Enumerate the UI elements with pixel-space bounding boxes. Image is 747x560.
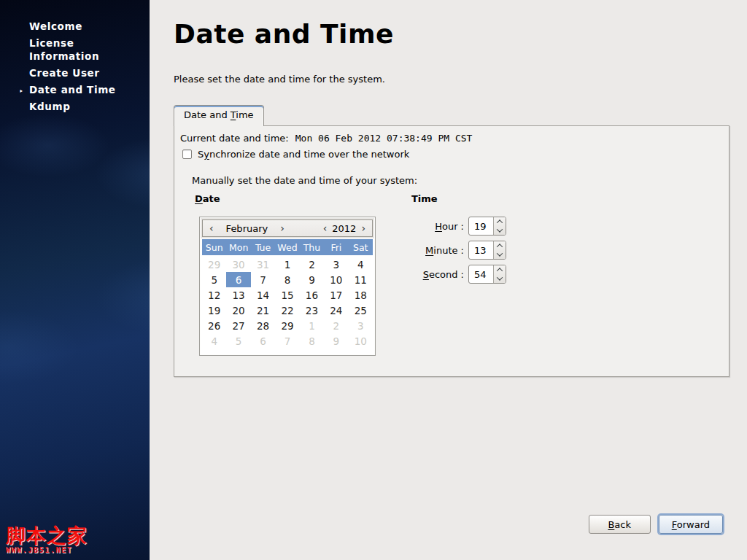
month-navigation: ‹ February › [208, 221, 286, 236]
sidebar-item-label: Date and Time [29, 84, 116, 96]
time-section-label: Time [411, 193, 438, 204]
manual-set-label: Manually set the date and time of your s… [192, 175, 417, 186]
calendar-day[interactable]: 26 [202, 318, 226, 333]
second-spin-up-button[interactable] [494, 265, 506, 274]
calendar-day[interactable]: 31 [251, 257, 275, 272]
weekday-label: Wed [275, 239, 299, 255]
tab-label: Date and [184, 109, 231, 120]
current-datetime-label: Current date and time: [180, 133, 289, 144]
next-year-button[interactable]: › [360, 221, 367, 236]
calendar-day[interactable]: 1 [300, 318, 324, 333]
chevron-down-icon [497, 274, 503, 280]
watermark: 脚本之家 www.jb51.net [6, 526, 88, 554]
calendar-day[interactable]: 24 [324, 303, 348, 318]
sidebar-item-date-and-time: ‣Date and Time [29, 83, 123, 96]
calendar-day[interactable]: 7 [251, 272, 275, 287]
forward-button[interactable]: Forward [659, 515, 723, 534]
sync-network-label[interactable]: Synchronize date and time over the netwo… [198, 149, 409, 160]
watermark-title: 脚本之家 [6, 526, 88, 545]
hour-spin-up-button[interactable] [494, 217, 506, 226]
calendar-day[interactable]: 15 [275, 287, 299, 303]
minute-spin-up-button[interactable] [494, 241, 506, 250]
calendar-day[interactable]: 10 [349, 333, 373, 349]
minute-spin-down-button[interactable] [494, 250, 506, 259]
chevron-down-icon [497, 250, 503, 256]
calendar-day[interactable]: 12 [202, 287, 226, 303]
weekday-label: Mon [226, 239, 250, 255]
calendar-day[interactable]: 2 [324, 318, 348, 333]
sync-network-checkbox[interactable] [182, 149, 192, 159]
calendar-day[interactable]: 1 [275, 257, 299, 272]
back-button[interactable]: Back [589, 515, 651, 534]
calendar-day[interactable]: 16 [300, 287, 324, 303]
calendar-day[interactable]: 9 [300, 272, 324, 287]
calendar-day[interactable]: 6 [251, 333, 275, 349]
calendar-day[interactable]: 3 [349, 318, 373, 333]
calendar-day[interactable]: 20 [226, 303, 250, 318]
second-spinbox[interactable]: 54 [468, 265, 506, 284]
calendar-day[interactable]: 21 [251, 303, 275, 318]
sidebar-item-license-information: License Information [29, 36, 123, 63]
calendar-day[interactable]: 2 [300, 257, 324, 272]
second-spin-down-button[interactable] [494, 274, 506, 283]
calendar-day[interactable]: 22 [275, 303, 299, 318]
hour-spinner [493, 217, 506, 235]
page-subtitle: Please set the date and time for the sys… [174, 74, 385, 85]
calendar-day[interactable]: 8 [300, 333, 324, 349]
sidebar-item-welcome: Welcome [29, 20, 123, 33]
calendar-days: 2930311234567891011121314151617181920212… [202, 255, 373, 355]
calendar-day[interactable]: 13 [226, 287, 250, 303]
calendar-day[interactable]: 29 [275, 318, 299, 333]
calendar-day[interactable]: 18 [349, 287, 373, 303]
calendar-day[interactable]: 8 [275, 272, 299, 287]
weekday-label: Thu [300, 239, 324, 255]
second-value[interactable]: 54 [469, 269, 493, 280]
calendar-day[interactable]: 14 [251, 287, 275, 303]
minute-spinbox[interactable]: 13 [468, 241, 506, 260]
calendar-day[interactable]: 5 [226, 333, 250, 349]
calendar-day[interactable]: 5 [202, 272, 226, 287]
calendar-day[interactable]: 9 [324, 333, 348, 349]
minute-value[interactable]: 13 [469, 245, 493, 256]
calendar-month: February [226, 223, 268, 234]
hour-row: Hour : 19 [411, 217, 506, 236]
sidebar-item-create-user: Create User [29, 66, 123, 79]
calendar-day[interactable]: 23 [300, 303, 324, 318]
weekday-label: Tue [251, 239, 275, 255]
hour-spin-down-button[interactable] [494, 226, 506, 235]
calendar-day[interactable]: 10 [324, 272, 348, 287]
calendar-day[interactable]: 11 [349, 272, 373, 287]
chevron-down-icon [497, 226, 503, 232]
calendar-day-selected[interactable]: 6 [226, 272, 250, 287]
calendar-day[interactable]: 25 [349, 303, 373, 318]
calendar-day[interactable]: 3 [324, 257, 348, 272]
calendar-day[interactable]: 4 [202, 333, 226, 349]
prev-year-button[interactable]: ‹ [322, 221, 329, 236]
calendar-day[interactable]: 28 [251, 318, 275, 333]
calendar-day[interactable]: 29 [202, 257, 226, 272]
page-title: Date and Time [174, 19, 394, 49]
prev-month-button[interactable]: ‹ [208, 221, 215, 236]
calendar-year: 2012 [332, 223, 356, 234]
sidebar: Welcome License Information Create User … [0, 0, 150, 560]
date-time-panel: Current date and time: Mon 06 Feb 2012 0… [174, 125, 729, 377]
weekday-label: Fri [324, 239, 348, 255]
sidebar-nav: Welcome License Information Create User … [29, 20, 123, 117]
minute-spinner [493, 241, 506, 259]
calendar-day[interactable]: 27 [226, 318, 250, 333]
next-month-button[interactable]: › [279, 221, 286, 236]
calendar-day[interactable]: 7 [275, 333, 299, 349]
active-step-arrow-icon: ‣ [19, 85, 24, 98]
hour-value[interactable]: 19 [469, 221, 493, 232]
weekday-label: Sun [202, 239, 226, 255]
hour-spinbox[interactable]: 19 [468, 217, 506, 236]
tab-date-and-time[interactable]: Date and Time [174, 105, 264, 126]
calendar-day[interactable]: 30 [226, 257, 250, 272]
calendar-day[interactable]: 4 [349, 257, 373, 272]
hour-label: Hour : [411, 221, 464, 232]
second-spinner [493, 265, 506, 283]
watermark-url: www.jb51.net [6, 546, 88, 554]
second-label: Second : [411, 269, 464, 280]
calendar-day[interactable]: 17 [324, 287, 348, 303]
calendar-day[interactable]: 19 [202, 303, 226, 318]
